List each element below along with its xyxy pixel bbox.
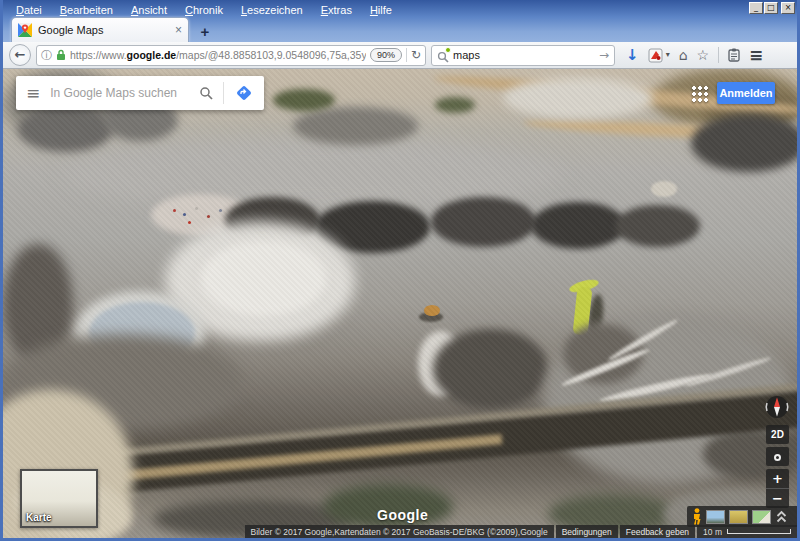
url-path: /maps/@48.8858103,9.0548096,75a,35y,357.… (176, 49, 366, 61)
bookmarks-sidebar-icon[interactable] (728, 48, 740, 62)
url-bar[interactable]: ⓘ https://www.google.de/maps/@48.8858103… (36, 45, 426, 66)
menu-bar: Datei Bearbeiten Ansicht Chronik Lesezei… (9, 3, 399, 17)
pegman-icon[interactable] (692, 508, 702, 525)
urlbar-divider (406, 48, 407, 62)
menu-ansicht[interactable]: Ansicht (124, 3, 174, 17)
menu-bearbeiten[interactable]: Bearbeiten (53, 3, 120, 17)
satellite-imagery[interactable]: ≡ Anmelden 2D + (3, 69, 797, 538)
view-2d-button[interactable]: 2D (766, 425, 789, 444)
close-button[interactable]: × (781, 2, 795, 14)
compass-control[interactable] (763, 393, 791, 421)
extension-icon[interactable] (648, 48, 663, 63)
scale-control[interactable]: 10 m (697, 525, 797, 538)
directions-icon[interactable] (234, 83, 254, 103)
tab-bar: Google Maps × + (11, 17, 219, 42)
collapse-chevrons-icon[interactable] (775, 509, 788, 524)
search-engine-icon[interactable] (437, 49, 449, 61)
bookmark-star-icon[interactable]: ☆ (697, 48, 710, 62)
navigation-toolbar: ← ⓘ https://www.google.de/maps/@48.88581… (3, 42, 797, 69)
back-button[interactable]: ← (9, 44, 31, 66)
menu-chronik[interactable]: Chronik (178, 3, 230, 17)
home-icon[interactable]: ⌂ (679, 48, 688, 62)
menu-lesezeichen[interactable]: Lesezeichen (234, 3, 310, 17)
search-badge-dot (445, 47, 451, 53)
zoom-in-button[interactable]: + (766, 469, 789, 488)
tilt-dot-icon (774, 454, 781, 461)
google-watermark: Google (377, 507, 428, 523)
url-domain: google.de (127, 49, 177, 61)
tab-close-icon[interactable]: × (175, 24, 182, 36)
url-scheme: https://www. (70, 49, 127, 61)
tab-title: Google Maps (38, 24, 169, 36)
tilt-reset-button[interactable] (766, 447, 789, 466)
imagery-texture (3, 69, 797, 538)
map-footer: Bilder © 2017 Google,Kartendaten © 2017 … (3, 525, 797, 538)
reload-icon[interactable]: ↻ (411, 48, 421, 62)
maps-search-icon[interactable] (199, 86, 213, 100)
hamburger-menu-icon[interactable]: ≡ (749, 48, 763, 62)
search-bar[interactable]: → (431, 45, 615, 66)
menu-extras[interactable]: Extras (314, 3, 359, 17)
new-tab-button[interactable]: + (191, 22, 219, 42)
menu-hilfe[interactable]: Hilfe (363, 3, 399, 17)
google-apps-grid-icon[interactable] (691, 85, 708, 102)
attribution-text: Bilder © 2017 Google,Kartendaten © 2017 … (245, 525, 554, 538)
lock-icon[interactable] (56, 49, 66, 61)
maximize-button[interactable]: □ (764, 2, 778, 14)
maps-search-card: ≡ (16, 76, 264, 110)
search-go-icon[interactable]: → (599, 48, 609, 62)
toolbar-icons: ↓ ▾ ⌂ ☆ ≡ (626, 47, 763, 63)
imagery-thumbnail[interactable] (706, 510, 725, 524)
zoom-controls: + − (766, 469, 789, 508)
imagery-thumbnail[interactable] (752, 510, 771, 524)
window-controls: _ □ × (749, 2, 795, 14)
site-info-icon[interactable]: ⓘ (41, 48, 52, 63)
search-card-divider (223, 82, 224, 104)
imagery-carousel (687, 506, 797, 527)
web-search-input[interactable] (453, 49, 595, 61)
page-zoom-badge[interactable]: 90% (370, 48, 402, 62)
window-chrome: _ □ × Datei Bearbeiten Ansicht Chronik L… (3, 0, 797, 42)
downloads-icon[interactable]: ↓ (626, 48, 639, 62)
tab-google-maps[interactable]: Google Maps × (11, 17, 189, 42)
minimize-button[interactable]: _ (749, 2, 763, 14)
minimap-toggle[interactable]: Karte (20, 469, 98, 528)
scale-label: 10 m (703, 527, 722, 537)
compass-icon (763, 393, 791, 421)
minimap-label: Karte (26, 512, 52, 523)
google-maps-favicon (18, 23, 32, 37)
scale-bar (727, 529, 791, 534)
chevron-down-icon[interactable]: ▾ (666, 48, 670, 62)
signin-button[interactable]: Anmelden (717, 82, 775, 104)
url-text[interactable]: https://www.google.de/maps/@48.8858103,9… (70, 49, 366, 61)
maps-menu-icon[interactable]: ≡ (26, 83, 40, 103)
terms-link[interactable]: Bedingungen (556, 525, 618, 538)
maps-search-input[interactable] (50, 86, 189, 100)
imagery-thumbnail[interactable] (729, 510, 748, 524)
feedback-link[interactable]: Feedback geben (620, 525, 695, 538)
toolbar-divider (718, 47, 719, 63)
menu-datei[interactable]: Datei (9, 3, 49, 17)
browser-window: _ □ × Datei Bearbeiten Ansicht Chronik L… (0, 0, 800, 541)
